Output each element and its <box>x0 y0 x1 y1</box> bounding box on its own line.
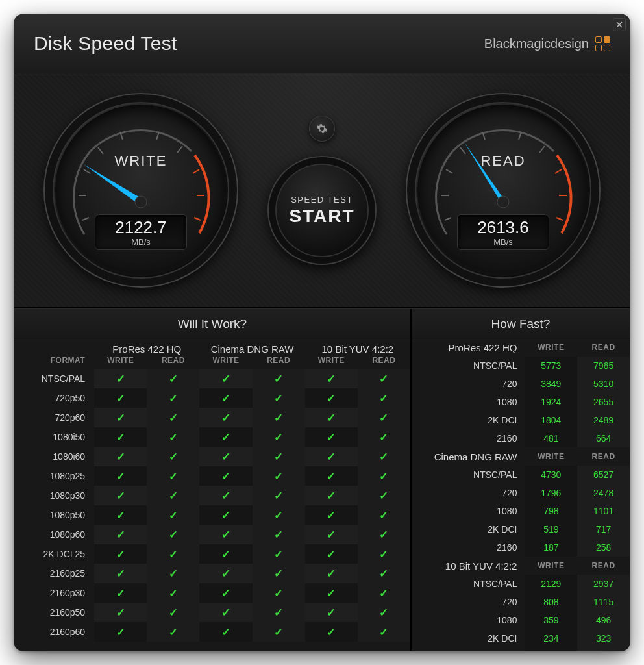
how-fast-title: How Fast? <box>412 309 630 338</box>
result-cell: ✓ <box>358 622 410 642</box>
check-icon: ✓ <box>327 509 336 521</box>
read-fps: 1101 <box>577 502 630 520</box>
table-row: 1080p60✓✓✓✓✓✓ <box>14 525 410 544</box>
codec-name: Cinema DNG RAW <box>412 447 525 466</box>
result-cell: ✓ <box>253 388 305 408</box>
check-icon: ✓ <box>274 509 283 521</box>
check-icon: ✓ <box>221 373 230 385</box>
check-icon: ✓ <box>379 548 388 560</box>
will-it-work-table: ProRes 422 HQ Cinema DNG RAW 10 Bit YUV … <box>14 338 410 642</box>
result-cell: ✓ <box>305 427 358 447</box>
check-icon: ✓ <box>327 451 336 463</box>
write-gauge: WRITE 2122.7 MB/s <box>43 93 238 288</box>
table-row: 720p50✓✓✓✓✓✓ <box>14 388 410 408</box>
start-button[interactable]: SPEED TEST START <box>267 156 377 265</box>
result-cell: ✓ <box>253 486 305 505</box>
svg-line-9 <box>194 218 201 220</box>
format-header: FORMAT <box>14 356 94 369</box>
how-fast-panel: How Fast? ProRes 422 HQWRITEREADNTSC/PAL… <box>412 309 630 651</box>
check-icon: ✓ <box>327 470 336 483</box>
result-cell: ✓ <box>94 525 147 544</box>
codec-header: Cinema DNG RAW <box>199 338 304 356</box>
col-header: WRITE <box>525 557 577 575</box>
settings-button[interactable] <box>309 116 335 142</box>
read-fps: 5310 <box>577 375 630 393</box>
check-icon: ✓ <box>221 509 230 521</box>
result-cell: ✓ <box>199 505 252 525</box>
result-cell: ✓ <box>358 603 410 622</box>
result-cell: ✓ <box>94 544 147 564</box>
read-fps: 2937 <box>577 575 630 593</box>
result-cell: ✓ <box>358 447 410 466</box>
table-row: 2K DCI234323 <box>412 629 630 647</box>
table-row: 1080p25✓✓✓✓✓✓ <box>14 466 410 486</box>
how-fast-table: ProRes 422 HQWRITEREADNTSC/PAL5773796572… <box>412 338 630 651</box>
format-label: 2160p50 <box>14 603 94 622</box>
check-icon: ✓ <box>169 587 178 599</box>
check-icon: ✓ <box>327 587 336 599</box>
svg-point-11 <box>135 196 147 208</box>
write-fps: 1804 <box>525 411 577 429</box>
format-label: NTSC/PAL <box>412 357 525 375</box>
result-cell: ✓ <box>253 603 305 622</box>
check-icon: ✓ <box>327 431 336 444</box>
check-icon: ✓ <box>379 470 388 483</box>
read-fps: 2478 <box>577 484 630 502</box>
check-icon: ✓ <box>169 607 178 619</box>
check-icon: ✓ <box>327 490 336 502</box>
format-label: 720p60 <box>14 408 94 427</box>
table-row: 2160p60✓✓✓✓✓✓ <box>14 622 410 642</box>
result-cell: ✓ <box>253 622 305 642</box>
check-icon: ✓ <box>379 451 388 463</box>
format-label: 720 <box>412 375 525 393</box>
check-icon: ✓ <box>116 626 125 638</box>
table-row: 1080p30✓✓✓✓✓✓ <box>14 486 410 505</box>
svg-line-18 <box>539 146 545 153</box>
table-row: 7208081115 <box>412 593 630 611</box>
check-icon: ✓ <box>116 568 125 580</box>
format-label: 2160p25 <box>14 564 94 583</box>
result-cell: ✓ <box>147 583 199 603</box>
table-row: 1080i60✓✓✓✓✓✓ <box>14 447 410 466</box>
check-icon: ✓ <box>116 451 125 463</box>
result-cell: ✓ <box>305 408 358 427</box>
svg-point-23 <box>497 196 509 208</box>
result-cell: ✓ <box>358 525 410 544</box>
result-cell: ✓ <box>305 369 358 388</box>
result-cell: ✓ <box>199 447 252 466</box>
result-cell: ✓ <box>199 466 252 486</box>
check-icon: ✓ <box>169 470 178 483</box>
svg-marker-22 <box>464 142 503 206</box>
result-cell: ✓ <box>94 447 147 466</box>
check-icon: ✓ <box>379 392 388 405</box>
result-cell: ✓ <box>358 408 410 427</box>
check-icon: ✓ <box>274 451 283 463</box>
result-cell: ✓ <box>358 388 410 408</box>
table-row: NTSC/PAL21292937 <box>412 575 630 593</box>
codec-group-header: 10 Bit YUV 4:2:2WRITEREAD <box>412 557 630 575</box>
check-icon: ✓ <box>327 392 336 405</box>
result-cell: ✓ <box>199 369 252 388</box>
table-row: 1080i50✓✓✓✓✓✓ <box>14 427 410 447</box>
result-cell: ✓ <box>147 603 199 622</box>
check-icon: ✓ <box>379 490 388 502</box>
write-fps: 3849 <box>525 375 577 393</box>
result-cell: ✓ <box>94 622 147 642</box>
result-cell: ✓ <box>253 447 305 466</box>
check-icon: ✓ <box>169 626 178 638</box>
check-icon: ✓ <box>116 529 125 541</box>
format-label: 1080 <box>412 393 525 411</box>
write-fps: 234 <box>525 629 577 647</box>
format-label: 1080 <box>412 502 525 520</box>
read-unit: MB/s <box>458 237 549 247</box>
result-cell: ✓ <box>199 525 252 544</box>
col-header: READ <box>577 557 630 575</box>
write-gauge-label: WRITE <box>55 153 227 169</box>
write-fps: 2129 <box>525 575 577 593</box>
result-cell: ✓ <box>147 466 199 486</box>
write-gauge-dial-icon <box>55 105 227 276</box>
close-button[interactable] <box>613 18 626 31</box>
result-cell: ✓ <box>305 622 358 642</box>
check-icon: ✓ <box>221 529 230 541</box>
check-icon: ✓ <box>221 607 230 619</box>
